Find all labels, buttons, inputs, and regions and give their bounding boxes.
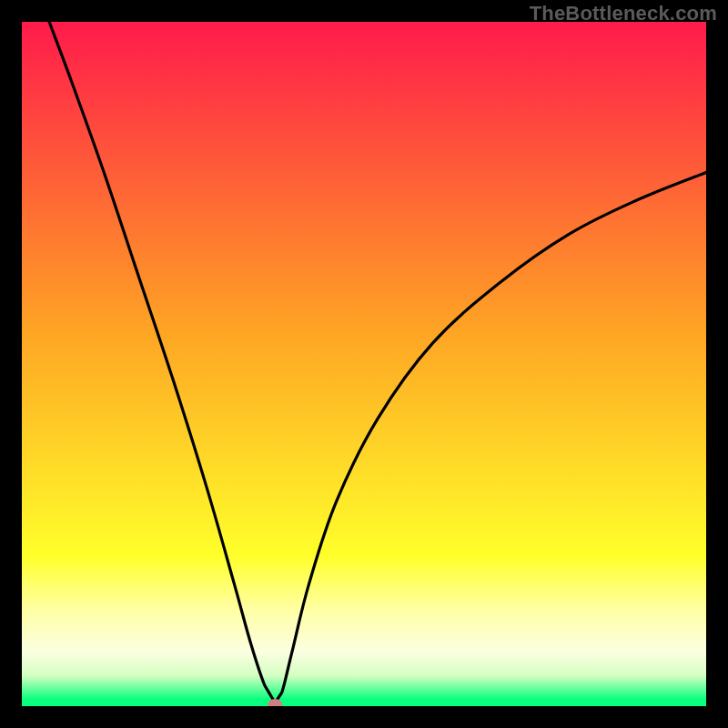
chart-background-gradient [22,22,706,706]
chart-frame [22,22,706,706]
bottleneck-curve-chart [22,22,706,706]
